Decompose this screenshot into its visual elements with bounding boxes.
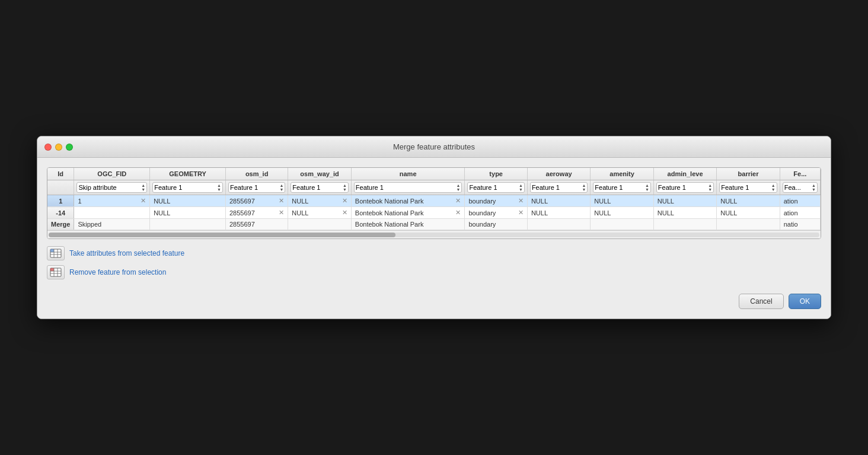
selector-osmid[interactable]: Feature 1 Feature 2 ▲ ▼	[225, 180, 288, 195]
merge-geometry	[150, 219, 226, 230]
maximize-button[interactable]	[66, 144, 73, 151]
barrier-spin-down[interactable]: ▼	[771, 187, 776, 192]
row1-osmid-clear[interactable]: ✕	[279, 197, 284, 205]
selector-barrier[interactable]: Feature 1 Feature 2 ▲ ▼	[717, 180, 780, 195]
ok-button[interactable]: OK	[789, 294, 821, 309]
osmid-select[interactable]: Feature 1 Feature 2	[230, 184, 278, 191]
scrollbar-thumb[interactable]	[49, 233, 395, 237]
col-header-extra: Fe...	[780, 168, 820, 180]
selector-extra[interactable]: Fea... ▲ ▼	[780, 180, 820, 195]
aeroway-spin-down[interactable]: ▼	[582, 187, 586, 192]
osmwayid-select[interactable]: Feature 1 Feature 2	[292, 184, 342, 191]
row1-aeroway: NULL	[527, 195, 590, 207]
name-select[interactable]: Feature 1 Feature 2	[356, 184, 455, 191]
traffic-lights	[44, 144, 73, 151]
barrier-spin-up[interactable]: ▲	[771, 183, 776, 187]
row1-osmid-value: 2855697	[229, 198, 255, 205]
selector-geometry[interactable]: Feature 1 Feature 2 ▲ ▼	[150, 180, 226, 195]
table-row[interactable]: 1 1 ✕ NULL 2855697	[47, 195, 821, 207]
row2-barrier: NULL	[717, 207, 780, 219]
row1-name-value: Bontebok National Park	[355, 198, 424, 205]
row1-osmwayid-clear[interactable]: ✕	[342, 197, 347, 205]
close-button[interactable]	[44, 144, 52, 151]
horizontal-scrollbar[interactable]	[47, 230, 821, 238]
col-header-aeroway: aeroway	[527, 168, 590, 180]
minimize-button[interactable]	[55, 144, 62, 151]
row2-osmid-clear[interactable]: ✕	[279, 209, 284, 217]
adminlevel-spin-down[interactable]: ▼	[708, 187, 712, 192]
remove-feature-icon	[47, 265, 65, 279]
type-spin-up[interactable]: ▲	[519, 183, 523, 187]
selector-aeroway[interactable]: Feature 1 Feature 2 ▲ ▼	[527, 180, 590, 195]
type-select[interactable]: Feature 1 Feature 2	[469, 184, 517, 191]
col-header-type: type	[465, 168, 527, 180]
extra-spin-down[interactable]: ▼	[812, 187, 816, 192]
extra-spin-up[interactable]: ▲	[812, 183, 816, 187]
scrollbar-track[interactable]	[49, 233, 819, 237]
ogcfid-spin-down[interactable]: ▼	[141, 187, 145, 192]
selector-adminlevel[interactable]: Feature 1 Feature 2 ▲ ▼	[653, 180, 716, 195]
geom-spin-down[interactable]: ▼	[217, 187, 221, 192]
geometry-select[interactable]: Feature 1 Feature 2	[154, 184, 216, 191]
row2-type: boundary ✕	[465, 207, 527, 219]
aeroway-select[interactable]: Feature 1 Feature 2	[532, 184, 581, 191]
adminlevel-select[interactable]: Feature 1 Feature 2	[658, 184, 707, 191]
adminlevel-spin-up[interactable]: ▲	[708, 183, 712, 187]
row2-type-clear[interactable]: ✕	[518, 209, 524, 217]
geom-spin-up[interactable]: ▲	[217, 183, 221, 187]
row1-name-clear[interactable]: ✕	[455, 197, 461, 205]
main-window: Merge feature attributes Id OGC_FID GEOM…	[37, 136, 831, 319]
merge-adminlevel	[653, 219, 716, 230]
action-buttons-area: Take attributes from selected feature Re…	[47, 246, 821, 279]
table-row[interactable]: -14 NULL 2855697 ✕ NU	[47, 207, 821, 219]
amenity-spin-down[interactable]: ▼	[645, 187, 649, 192]
name-spin-up[interactable]: ▲	[457, 183, 461, 187]
ogcfid-select[interactable]: Skip attribute Feature 1 Feature 2	[78, 184, 140, 191]
row1-ogcfid-clear[interactable]: ✕	[141, 197, 146, 205]
merge-type: boundary	[465, 219, 527, 230]
barrier-select[interactable]: Feature 1 Feature 2	[721, 184, 770, 191]
row2-osmwayid: NULL ✕	[288, 207, 351, 219]
row2-osmid: 2855697 ✕	[225, 207, 288, 219]
selector-amenity[interactable]: Feature 1 Feature 2 ▲ ▼	[591, 180, 653, 195]
row1-ogcfid: 1 ✕	[74, 195, 150, 207]
merge-extra: natio	[780, 219, 820, 230]
selector-osmwayid[interactable]: Feature 1 Feature 2 ▲ ▼	[288, 180, 351, 195]
row1-osmwayid-value: NULL	[292, 198, 308, 205]
row1-osmwayid: NULL ✕	[288, 195, 351, 207]
type-spin-down[interactable]: ▼	[519, 187, 523, 192]
extra-select[interactable]: Fea...	[784, 184, 810, 191]
col-header-barrier: barrier	[717, 168, 780, 180]
osmway-spin-down[interactable]: ▼	[343, 187, 347, 192]
merge-row: Merge Skipped 2855697 Bontebok National …	[47, 219, 821, 230]
merge-osmid: 2855697	[225, 219, 288, 230]
row2-name-clear[interactable]: ✕	[455, 209, 461, 217]
aeroway-spin-up[interactable]: ▲	[582, 183, 586, 187]
take-attributes-button[interactable]: Take attributes from selected feature	[47, 246, 821, 260]
take-attributes-icon	[47, 246, 65, 260]
svg-rect-7	[50, 268, 54, 271]
merge-name: Bontebok National Park	[351, 219, 465, 230]
row2-osmwayid-clear[interactable]: ✕	[342, 209, 347, 217]
amenity-spin-up[interactable]: ▲	[645, 183, 649, 187]
merge-barrier	[717, 219, 780, 230]
selector-ogcfid[interactable]: Skip attribute Feature 1 Feature 2 ▲ ▼	[74, 180, 150, 195]
osmid-spin-down[interactable]: ▼	[279, 187, 283, 192]
row-id-2: -14	[47, 207, 74, 219]
row1-barrier: NULL	[717, 195, 780, 207]
remove-feature-button[interactable]: Remove feature from selection	[47, 265, 821, 279]
ogcfid-spin-up[interactable]: ▲	[141, 183, 145, 187]
table-scroll-area[interactable]: Id OGC_FID GEOMETRY osm_id osm_way_id na…	[47, 168, 821, 230]
cancel-button[interactable]: Cancel	[739, 294, 783, 309]
row-id-1: 1	[47, 195, 74, 207]
row1-type-clear[interactable]: ✕	[518, 197, 524, 205]
name-spin-down[interactable]: ▼	[457, 187, 461, 192]
selector-type[interactable]: Feature 1 Feature 2 ▲ ▼	[465, 180, 527, 195]
col-header-osmwayid: osm_way_id	[288, 168, 351, 180]
osmid-spin-up[interactable]: ▲	[279, 183, 283, 187]
row1-adminlevel: NULL	[653, 195, 716, 207]
row1-ogcfid-value: 1	[78, 198, 81, 205]
selector-name[interactable]: Feature 1 Feature 2 ▲ ▼	[351, 180, 465, 195]
amenity-select[interactable]: Feature 1 Feature 2	[595, 184, 644, 191]
osmway-spin-up[interactable]: ▲	[343, 183, 347, 187]
